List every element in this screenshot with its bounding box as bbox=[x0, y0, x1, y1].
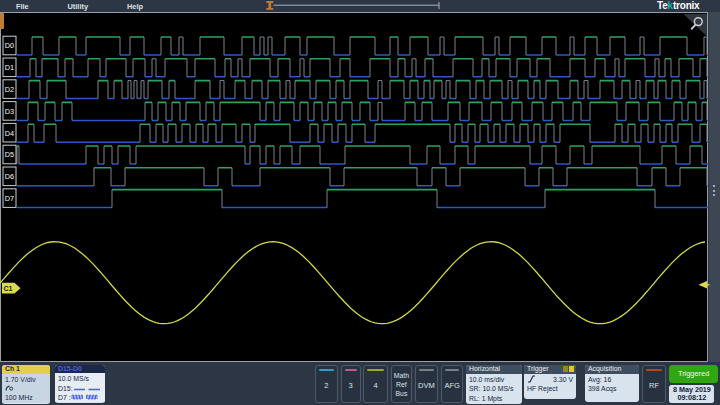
svg-text:D7: D7 bbox=[5, 194, 14, 203]
svg-text:D2: D2 bbox=[5, 85, 14, 94]
svg-text:D3: D3 bbox=[5, 107, 14, 116]
svg-text:C1: C1 bbox=[4, 285, 13, 292]
svg-text:D5: D5 bbox=[5, 150, 14, 159]
svg-text:D0: D0 bbox=[5, 41, 14, 50]
svg-text:D1: D1 bbox=[5, 63, 14, 72]
svg-text:D6: D6 bbox=[5, 172, 14, 181]
svg-text:D4: D4 bbox=[5, 129, 14, 138]
